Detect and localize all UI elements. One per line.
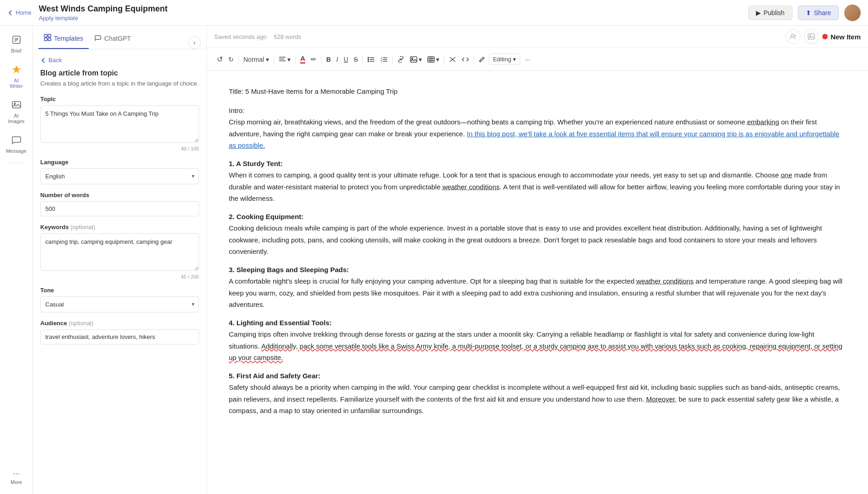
top-header: Home West Winds Camping Equipment Apply …	[0, 0, 868, 26]
editor-content[interactable]: Title: 5 Must-Have Items for a Memorable…	[207, 71, 868, 494]
svg-rect-10	[48, 38, 51, 41]
left-sidebar: Brief AI Writer AI Images	[0, 26, 33, 494]
publish-icon: ▶	[756, 9, 761, 16]
table-chevron: ▾	[436, 56, 439, 63]
keywords-textarea[interactable]: camping trip, camping equipment, camping…	[40, 233, 199, 271]
toolbar-sep-6	[392, 55, 393, 64]
align-chevron: ▾	[287, 56, 291, 63]
share-label: Share	[814, 9, 831, 16]
table-button[interactable]: ▾	[425, 52, 442, 67]
svg-rect-8	[48, 34, 51, 37]
language-select-wrapper: English Spanish French German Italian ▾	[40, 168, 199, 184]
tab-chatgpt[interactable]: ChatGPT	[89, 28, 136, 49]
color-a-label: A	[300, 55, 305, 64]
keywords-char-count: 45 / 200	[40, 274, 199, 279]
sidebar-item-more[interactable]: ··· More	[3, 466, 30, 489]
sidebar-divider	[7, 163, 26, 163]
editing-label: Editing	[493, 56, 511, 63]
toolbar-sep-3	[295, 55, 296, 64]
words-label: Number of words	[40, 192, 199, 199]
add-user-icon-btn[interactable]	[786, 29, 800, 44]
more-icon: ···	[13, 469, 20, 478]
more-label: More	[11, 479, 22, 485]
text-color-button[interactable]: A	[297, 52, 308, 67]
more-toolbar-button[interactable]: ···	[522, 52, 533, 67]
brief-icon	[11, 35, 22, 46]
editor-meta-bar: Saved seconds ago 528 words	[207, 26, 868, 48]
apply-template-link[interactable]: Apply template	[39, 15, 748, 21]
collapse-panel-button[interactable]: ‹	[188, 36, 201, 49]
share-button[interactable]: ⬆ Share	[798, 5, 839, 20]
blog-post-link[interactable]: In this blog post, we'll take a look at …	[229, 130, 839, 150]
clear-format-button[interactable]	[446, 52, 459, 67]
back-home-label: Home	[16, 9, 32, 16]
word-count: 528 words	[274, 33, 301, 40]
new-item-button[interactable]: New Item	[822, 33, 861, 41]
format-selector[interactable]: Normal ▾	[241, 52, 272, 67]
undo-button[interactable]: ↺	[214, 52, 226, 67]
svg-rect-33	[428, 57, 434, 62]
ai-writer-label: AI Writer	[8, 78, 25, 89]
template-panel: Templates ChatGPT ‹ Back Bl	[33, 26, 207, 494]
section3: 3. Sleeping Bags and Sleeping Pads: A co…	[229, 264, 846, 311]
align-button[interactable]: ▾	[276, 52, 293, 67]
words-input[interactable]: 500	[40, 201, 199, 216]
image-icon-btn[interactable]	[804, 29, 819, 44]
section1-heading: 1. A Sturdy Tent:	[229, 160, 283, 167]
templates-tab-label: Templates	[54, 35, 83, 42]
chatgpt-tab-icon	[94, 34, 102, 43]
svg-rect-31	[410, 57, 417, 62]
ai-writer-icon	[11, 64, 22, 76]
topic-textarea[interactable]: 5 Things You Must Take on A Camping Trip	[40, 105, 199, 143]
italic-button[interactable]: I	[334, 52, 341, 67]
bullet-list-button[interactable]	[365, 52, 377, 67]
svg-text:3.: 3.	[381, 60, 383, 63]
header-actions: ▶ Publish ⬆ Share	[748, 5, 861, 21]
embarking-link: embarking	[747, 118, 779, 126]
audience-input[interactable]: travel enthusiast, adventure lovers, hik…	[40, 329, 199, 344]
templates-tab-icon	[44, 34, 51, 43]
panel-tabs: Templates ChatGPT ‹	[33, 26, 206, 49]
tone-select[interactable]: Casual Professional Friendly Formal	[40, 296, 199, 312]
editing-dropdown[interactable]: Editing ▾	[489, 54, 520, 65]
svg-point-19	[368, 57, 369, 58]
highlight-icon: ✏	[311, 55, 317, 64]
avatar[interactable]	[844, 5, 861, 21]
strikethrough-button[interactable]: S	[351, 52, 361, 67]
meta-actions: New Item	[786, 29, 861, 44]
sidebar-item-message[interactable]: Message	[3, 131, 30, 157]
bold-button[interactable]: B	[323, 52, 334, 67]
section4: 4. Lighting and Essential Tools: Camping…	[229, 317, 846, 364]
format-chevron: ▾	[266, 56, 269, 63]
image-chevron: ▾	[419, 56, 422, 63]
highlight-button[interactable]: ✏	[308, 52, 319, 67]
topic-label: Topic	[40, 96, 199, 102]
code-button[interactable]	[459, 52, 472, 67]
link-button[interactable]	[394, 52, 407, 67]
share-icon: ⬆	[806, 9, 811, 16]
back-button[interactable]: Back	[40, 57, 199, 64]
publish-label: Publish	[764, 9, 785, 16]
back-home-link[interactable]: Home	[7, 9, 32, 16]
weather-link-1: weather conditions	[442, 183, 500, 191]
doc-title-line: Title: 5 Must-Have Items for a Memorable…	[229, 86, 846, 97]
sidebar-item-ai-writer[interactable]: AI Writer	[3, 61, 30, 92]
tone-group: Tone Casual Professional Friendly Formal…	[40, 287, 199, 312]
edit-pen-button[interactable]	[476, 52, 488, 67]
message-label: Message	[6, 148, 27, 154]
moreover-link: Moreover,	[646, 395, 677, 403]
toolbar-sep-4	[321, 55, 322, 64]
tab-templates[interactable]: Templates	[38, 28, 89, 49]
underline-button[interactable]: U	[341, 52, 351, 67]
numbered-list-button[interactable]: 1. 2. 3.	[377, 52, 390, 67]
audience-group: Audience (optional) travel enthusiast, a…	[40, 320, 199, 344]
message-icon	[11, 135, 22, 146]
sidebar-item-brief[interactable]: Brief	[3, 31, 30, 57]
redo-button[interactable]: ↻	[226, 52, 237, 67]
toolbar-sep-1	[238, 55, 239, 64]
sidebar-item-ai-images[interactable]: AI Images	[3, 96, 30, 128]
image-insert-button[interactable]: ▾	[407, 52, 425, 67]
publish-button[interactable]: ▶ Publish	[748, 5, 793, 20]
language-select[interactable]: English Spanish French German Italian	[40, 168, 199, 184]
audience-label: Audience (optional)	[40, 320, 199, 327]
